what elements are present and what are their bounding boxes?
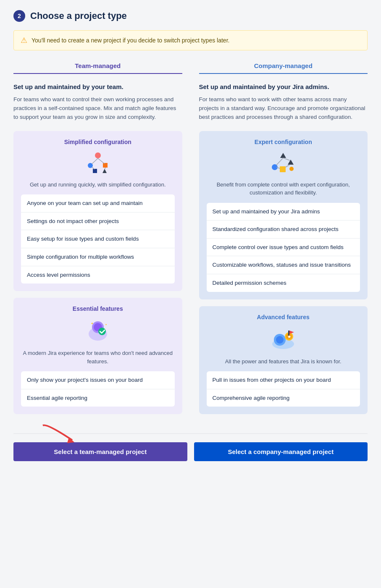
list-item: Detailed permission schemes <box>207 274 360 292</box>
expert-feature-list: Set up and maintained by your Jira admin… <box>207 203 360 292</box>
simplified-config-title: Simplified configuration <box>21 139 175 145</box>
bottom-bar: Select a team-managed project Select a c… <box>13 433 368 461</box>
svg-text:✦: ✦ <box>91 322 94 326</box>
list-item: Settings do not impact other projects <box>21 213 175 231</box>
essential-feature-list: Only show your project's issues on your … <box>21 371 175 407</box>
company-managed-header: Company-managed <box>199 62 368 74</box>
svg-line-22 <box>283 158 290 160</box>
page-header: 2 Choose a project type <box>13 10 368 22</box>
page-title: Choose a project type <box>30 10 127 21</box>
expert-config-title: Expert configuration <box>207 139 360 145</box>
advanced-feature-list: Pull in issues from other projects on yo… <box>207 371 360 407</box>
list-item: Essential agile reporting <box>21 389 175 407</box>
expert-icon <box>207 151 360 175</box>
advanced-features-title: Advanced features <box>207 314 360 320</box>
warning-text: You'll need to create a new project if y… <box>32 37 229 44</box>
svg-line-9 <box>105 168 105 169</box>
list-item: Set up and maintained by your Jira admin… <box>207 203 360 221</box>
list-item: Anyone on your team can set up and maint… <box>21 194 175 213</box>
simplified-feature-list: Anyone on your team can set up and maint… <box>21 194 175 284</box>
simplified-icon <box>21 151 175 175</box>
warning-icon: ⚠ <box>21 36 27 45</box>
svg-point-27 <box>276 336 284 344</box>
svg-marker-17 <box>288 160 294 165</box>
list-item: Standardized configuration shared across… <box>207 220 360 239</box>
expert-config-desc: Benefit from complete control with exper… <box>207 181 360 197</box>
advanced-features-card: Advanced features ★ All the power and fe… <box>199 306 368 415</box>
svg-rect-4 <box>93 169 97 173</box>
list-item: Comprehensive agile reporting <box>207 389 360 407</box>
expert-config-card: Expert configuration Benefit from comple… <box>199 131 368 299</box>
svg-point-20 <box>289 167 294 171</box>
select-company-managed-button[interactable]: Select a company-managed project <box>194 442 368 461</box>
list-item: Only show your project's issues on your … <box>21 371 175 389</box>
list-item: Pull in issues from other projects on yo… <box>207 371 360 389</box>
svg-marker-5 <box>102 169 107 173</box>
simplified-config-desc: Get up and running quickly, with simplif… <box>21 181 175 189</box>
svg-line-23 <box>286 165 290 167</box>
svg-point-13 <box>98 328 106 335</box>
list-item: Customizable workflows, statuses and iss… <box>207 256 360 274</box>
company-managed-title: Company-managed <box>254 62 313 69</box>
svg-line-6 <box>92 158 98 164</box>
svg-line-7 <box>98 158 105 164</box>
essential-features-desc: A modern Jira experience for teams who d… <box>21 349 175 365</box>
team-managed-header: Team-managed <box>13 62 182 74</box>
advanced-icon: ★ <box>207 326 360 352</box>
team-managed-title: Team-managed <box>75 62 121 69</box>
svg-rect-3 <box>103 163 108 168</box>
svg-rect-31 <box>288 331 289 336</box>
team-managed-desc-text: For teams who want to control their own … <box>13 95 182 122</box>
team-managed-column: Team-managed Set up and maintained by yo… <box>13 62 191 421</box>
svg-text:✦: ✦ <box>105 323 107 326</box>
simplified-config-card: Simplified configuration Get u <box>13 131 182 291</box>
advanced-features-desc: All the power and features that Jira is … <box>207 357 360 366</box>
red-arrow <box>39 421 76 448</box>
team-managed-desc-title: Set up and maintained by your team. <box>13 82 182 91</box>
company-managed-desc-title: Set up and maintained by your Jira admin… <box>199 82 368 91</box>
company-managed-desc-text: For teams who want to work with other te… <box>199 95 368 122</box>
essential-features-title: Essential features <box>21 305 175 312</box>
svg-rect-18 <box>280 166 286 172</box>
essential-features-card: Essential features ✦ ✦ A modern Jira exp… <box>13 298 182 414</box>
essential-icon: ✦ ✦ <box>21 318 175 343</box>
list-item: Easy setup for issue types and custom fi… <box>21 230 175 248</box>
list-item: Simple configuration for multiple workfl… <box>21 248 175 266</box>
columns-container: Team-managed Set up and maintained by yo… <box>13 62 368 421</box>
svg-point-1 <box>96 154 100 157</box>
list-item: Access level permissions <box>21 266 175 284</box>
svg-marker-16 <box>280 153 286 158</box>
warning-banner: ⚠ You'll need to create a new project if… <box>13 30 368 50</box>
step-badge: 2 <box>13 10 25 22</box>
svg-line-21 <box>276 158 283 165</box>
list-item: Complete control over issue types and cu… <box>207 239 360 257</box>
company-managed-column: Company-managed Set up and maintained by… <box>191 62 368 421</box>
